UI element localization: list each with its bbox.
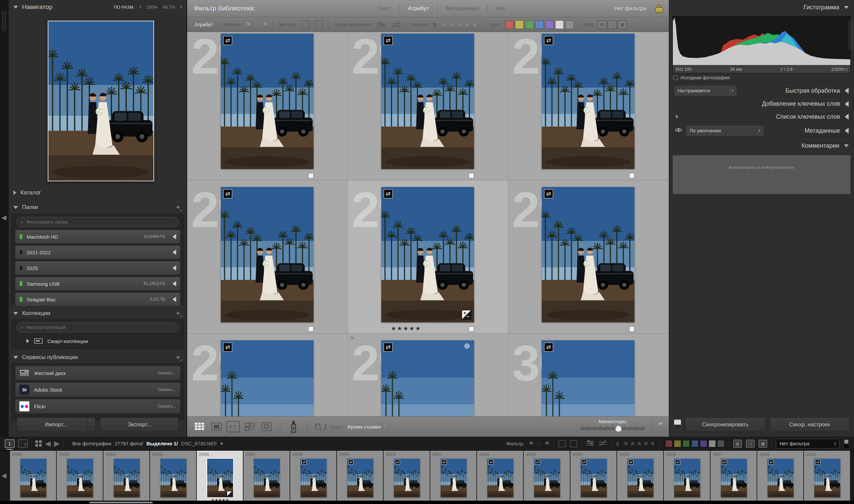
grid-cell-2993[interactable]: 2993 ⇄: [348, 32, 508, 180]
sort-adjuster-icon[interactable]: ▴▾: [384, 425, 386, 429]
expand-volume-icon[interactable]: [173, 250, 176, 255]
flag-reject-icon[interactable]: ⚑: [544, 440, 550, 447]
publish-service-action[interactable]: Связать...: [158, 387, 176, 392]
photo-thumbnail[interactable]: ⇄: [721, 459, 747, 497]
expand-triangle-icon[interactable]: [13, 190, 16, 195]
collapse-left-panel-icon[interactable]: ◀: [1, 213, 6, 221]
keywording-section[interactable]: Добавление ключевых слов: [669, 98, 854, 109]
filmstrip-cell-2997[interactable]: 2997: [244, 451, 290, 501]
photo-thumbnail[interactable]: ⇄: [347, 459, 373, 497]
flag-filter-icons[interactable]: ⚑⚐⚑: [245, 21, 268, 28]
flag-pick-icon[interactable]: ⚑: [528, 440, 534, 447]
photo-thumbnail[interactable]: ⇄: [581, 459, 607, 497]
publish-section-header[interactable]: Сервисы публикации +˯: [9, 351, 187, 363]
zoom-fit[interactable]: ПО РАЗМ.: [114, 5, 135, 10]
thumbnail-badge[interactable]: [469, 173, 474, 178]
photo-thumbnail[interactable]: [20, 459, 46, 497]
survey-view-icon[interactable]: [243, 421, 257, 432]
folders-filter-input[interactable]: [26, 219, 175, 225]
color-swatch[interactable]: [674, 440, 681, 447]
expand-triangle-icon[interactable]: [845, 88, 849, 94]
star-rating[interactable]: ★★★★★: [391, 325, 421, 332]
original-photo-row[interactable]: Исходная фотография: [669, 73, 854, 83]
filter-lock-icon[interactable]: [656, 4, 663, 13]
photo-thumbnail[interactable]: ⇄: [381, 34, 474, 169]
zoom-value[interactable]: 66,7%: [163, 5, 175, 10]
flag-reject-icon[interactable]: ⚑: [262, 21, 268, 28]
virtual-copies-icon[interactable]: ❏: [746, 440, 754, 448]
grid-view-icon[interactable]: [193, 421, 207, 432]
synchronize-button[interactable]: Синхронизировать: [685, 417, 766, 432]
expand-triangle-icon[interactable]: [27, 339, 29, 343]
import-button[interactable]: Импорт...: [17, 417, 95, 432]
grid-cell-3000[interactable]: 3000 ⇄: [508, 334, 668, 416]
edited-filter-icon[interactable]: [376, 21, 386, 28]
add-keyword-icon[interactable]: +: [675, 112, 679, 121]
color-filter-swatches[interactable]: [505, 20, 574, 29]
color-swatch[interactable]: [709, 440, 716, 447]
sort-value[interactable]: Время съемки: [348, 424, 381, 430]
exported-filter-icon[interactable]: →: [301, 20, 310, 29]
flag-pick-icon[interactable]: ⚑: [245, 21, 251, 28]
video-files-icon[interactable]: ▦: [617, 20, 627, 29]
sync-badge-icon[interactable]: ⇄: [223, 36, 232, 45]
folder-row[interactable]: Seagate Bas 0,1/2 ТБ: [15, 292, 180, 306]
rating-stars-icon[interactable]: ★★★★★: [623, 440, 657, 447]
collapse-triangle-icon[interactable]: [13, 206, 18, 209]
sort-direction-icon[interactable]: AZ: [314, 421, 327, 432]
filter-tab-2[interactable]: Атрибут: [400, 5, 437, 12]
grid-cell-2994[interactable]: 2994 ⇄: [508, 32, 668, 180]
sync-badge-icon[interactable]: ⇄: [223, 343, 232, 352]
expand-triangle-icon[interactable]: [845, 128, 849, 134]
grid-cell-2995[interactable]: 2995 ⇄: [187, 180, 348, 334]
grid-cell-2998[interactable]: 2998 ⇄: [187, 334, 348, 416]
filmstrip-cell-3000[interactable]: 3000 ⇄: [384, 451, 430, 501]
rating-gte[interactable]: ≥: [616, 440, 619, 447]
color-swatch[interactable]: [535, 20, 544, 29]
unexported-filter-icon[interactable]: [570, 440, 577, 447]
collapse-triangle-icon[interactable]: [13, 6, 18, 9]
folders-section-header[interactable]: Папки +˯: [9, 201, 187, 213]
metadata-preset-dropdown[interactable]: По умолчанию ▴▾: [686, 126, 763, 135]
expand-triangle-icon[interactable]: [845, 101, 849, 107]
add-publish-service-icon[interactable]: +˯: [176, 354, 182, 361]
sync-badge-icon[interactable]: ⇄: [544, 343, 553, 352]
unedited-filter-icon[interactable]: +: [391, 21, 401, 28]
photo-thumbnail[interactable]: ⇄: [221, 187, 314, 322]
color-swatch[interactable]: [700, 440, 707, 447]
master-photos-icon[interactable]: ▤: [597, 20, 607, 29]
collections-filter-input[interactable]: [26, 325, 175, 330]
quick-develop-preset-dropdown[interactable]: Настраивается ▴▾: [675, 86, 736, 95]
quick-develop-section[interactable]: Настраивается ▴▾ Быстрая обработка: [669, 84, 854, 97]
photo-thumbnail[interactable]: ⇄: [300, 459, 327, 497]
filter-toggle-switch[interactable]: [843, 439, 849, 449]
folder-row[interactable]: Samsung USB 61,2/513 ГБ: [15, 277, 180, 291]
color-swatch[interactable]: [525, 20, 534, 29]
main-window-button[interactable]: 1: [5, 439, 15, 448]
filmstrip-cell-3007[interactable]: 3007 ⇄: [711, 451, 757, 501]
photo-thumbnail[interactable]: ⇄: [534, 459, 560, 497]
collapse-triangle-icon[interactable]: [844, 144, 849, 147]
video-files-icon[interactable]: ▦: [759, 440, 767, 448]
color-swatch[interactable]: [555, 20, 564, 29]
filmstrip-cell-3008[interactable]: 3008 ⇄: [757, 451, 804, 501]
photo-thumbnail[interactable]: ⇄+−: [381, 187, 474, 322]
zoom-adjuster-icon[interactable]: ▴▾: [140, 5, 141, 9]
flag-unflagged-icon[interactable]: ⚐: [536, 440, 542, 447]
photo-thumbnail[interactable]: ⇄: [441, 459, 467, 497]
filmstrip-cell-2996[interactable]: 2996 ★★★★★: [197, 451, 244, 501]
publish-service-action[interactable]: Связать...: [158, 404, 176, 409]
collapse-triangle-icon[interactable]: [844, 6, 849, 9]
folder-row[interactable]: 2021-2022: [15, 245, 180, 259]
photo-thumbnail[interactable]: [160, 459, 187, 497]
grid-cell-2997[interactable]: 2997 ⇄: [508, 180, 668, 334]
thumbnail-badge[interactable]: [308, 173, 314, 178]
color-filter-swatches[interactable]: [665, 440, 725, 447]
filmstrip-cell-2992[interactable]: 2992: [10, 451, 57, 501]
sync-badge-icon[interactable]: ⇄: [384, 36, 393, 45]
photo-thumbnail[interactable]: ⇄: [221, 34, 314, 169]
zoom-adjuster2-icon[interactable]: ▴▾: [180, 5, 182, 9]
collapse-triangle-icon[interactable]: [13, 356, 18, 359]
expand-volume-icon[interactable]: [173, 281, 176, 286]
navigator-preview[interactable]: [48, 21, 154, 181]
